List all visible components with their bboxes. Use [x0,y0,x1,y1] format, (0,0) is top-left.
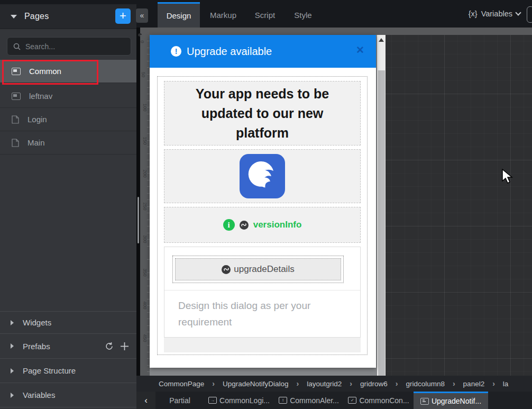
breadcrumb-item[interactable]: panel2 [463,380,485,388]
panel-row[interactable]: upgradeDetails Design this dialog as per… [164,247,361,352]
variables-dropdown[interactable]: {x} Variables [469,0,520,28]
breadcrumb-item[interactable]: CommonPage [159,380,204,388]
upgrade-notify-dialog: ! Upgrade available ✕ Your app needs to … [150,35,376,368]
tab-partial[interactable]: Partial [155,392,204,409]
dialog-title: Upgrade available [187,46,272,58]
pages-sidebar: Pages + Common leftnav Log [0,4,136,409]
tabbar-scroll-left-button[interactable]: ‹ [136,392,155,409]
page-item-label: leftnav [29,92,52,101]
variables-x-icon: {x} [469,10,478,18]
breadcrumb-item[interactable]: la [503,380,509,388]
add-page-button[interactable]: + [115,8,131,24]
panel-divider [164,290,360,290]
pages-panel-title: Pages [24,12,49,21]
chevron-right-icon [11,393,14,398]
bind-icon [222,265,231,274]
partial-icon [12,68,21,75]
variables-accordion[interactable]: Variables [0,383,136,407]
sidebar-item-login[interactable]: Login [0,108,136,131]
tab-label: CommonCon... [359,396,409,405]
horizontal-ruler [140,28,532,35]
ruler-number: 200 [142,169,148,177]
heading-row[interactable]: Your app needs to be updated to our new … [164,81,361,146]
breadcrumb-separator: › [453,379,455,388]
breadcrumb-separator: › [297,379,299,388]
tab-design[interactable]: Design [158,2,200,28]
add-prefab-icon[interactable] [120,342,129,351]
tab-style[interactable]: Style [290,2,316,28]
accordion-label: Widgets [23,318,51,327]
scrollbar-thumb[interactable] [378,70,385,376]
sidebar-item-leftnav[interactable]: leftnav [0,85,136,108]
pages-panel-header[interactable]: Pages + [0,4,136,29]
sidebar-item-common[interactable]: Common [0,60,136,83]
studio-window: Pages + Common leftnav Log [0,0,532,409]
scrollbar-up-arrow-icon[interactable] [379,38,384,42]
upgrade-details-label: upgradeDetails [234,264,294,275]
ruler-number: 450 [142,334,148,342]
canvas-grid [386,35,532,377]
bind-icon [240,221,249,230]
page-icon [12,139,19,147]
clipped-edge-button[interactable] [527,6,532,23]
panel-placeholder-text: Design this dialog as per your requireme… [178,297,337,330]
tab-common-login[interactable]: → CommonLogi... [204,392,274,409]
chevron-right-icon [11,343,14,349]
pages-search-box[interactable] [7,37,131,56]
sidebar-scrollbar[interactable] [137,197,139,243]
page-item-label: Common [29,67,61,76]
ruler-number: 50 [141,72,146,77]
pages-collapse-caret-icon[interactable] [11,15,17,19]
collapse-sidebar-button[interactable]: « [136,8,148,23]
breadcrumb-item[interactable]: gridcolumn8 [406,380,445,388]
notify-dialog-icon [420,398,429,405]
logo-row[interactable] [164,149,361,203]
vertical-ruler: 0 50 100 150 200 250 300 350 400 450 [140,35,150,376]
chevron-right-icon [11,368,14,374]
confirm-dialog-icon: ✓ [348,397,356,404]
tab-upgrade-notify[interactable]: UpgradeNotif... [414,392,488,409]
version-info-row[interactable]: i versionInfo [164,207,361,243]
tab-markup[interactable]: Markup [206,2,240,28]
alert-dialog-icon: ! [279,397,287,404]
upgrade-details-button[interactable]: upgradeDetails [175,258,341,280]
refresh-icon[interactable] [105,342,114,351]
tab-common-alert[interactable]: ! CommonAler... [274,392,344,409]
tab-script[interactable]: Script [251,2,279,28]
close-icon[interactable]: ✕ [356,44,364,56]
breadcrumb-item[interactable]: gridrow6 [360,380,388,388]
search-icon [13,43,21,50]
sidebar-item-main[interactable]: Main [0,131,136,154]
dialog-header[interactable]: ! Upgrade available ✕ [150,35,376,68]
button-container[interactable]: upgradeDetails [172,256,344,283]
page-item-label: Login [27,115,47,124]
breadcrumb-separator: › [396,379,398,388]
panel2[interactable]: upgradeDetails Design this dialog as per… [164,247,361,338]
breadcrumb: CommonPage › UpgradeNotifyDialog › layou… [136,376,532,392]
tab-label: CommonAler... [290,396,339,405]
chevron-down-icon [515,10,521,15]
tab-label: CommonLogi... [219,396,270,405]
alert-badge-icon: ! [171,46,181,57]
breadcrumb-item[interactable]: layoutgrid2 [307,380,342,388]
pages-search-input[interactable] [25,42,121,51]
canvas-scrollbar[interactable] [377,35,386,377]
ruler-number: 400 [142,301,148,309]
prefabs-accordion[interactable]: Prefabs [0,333,136,358]
tab-common-confirm[interactable]: ✓ CommonCon... [344,392,414,409]
ruler-number: 100 [142,103,148,111]
page-item-label: Main [27,138,45,147]
dialog-layout-grid[interactable]: Your app needs to be updated to our new … [157,76,368,355]
accordion-label: Prefabs [23,342,50,351]
breadcrumb-separator: › [350,379,352,388]
version-info-label: versionInfo [253,220,302,230]
ruler-number: 300 [142,235,148,243]
widgets-accordion[interactable]: Widgets [0,311,136,333]
page-structure-accordion[interactable]: Page Structure [0,358,136,383]
page-icon [12,115,19,124]
accordion-label: Variables [23,390,55,399]
ruler-number: 250 [142,202,148,210]
ruler-number: 150 [142,137,148,144]
wavemaker-logo-icon [240,154,285,198]
breadcrumb-item[interactable]: UpgradeNotifyDialog [223,380,289,388]
